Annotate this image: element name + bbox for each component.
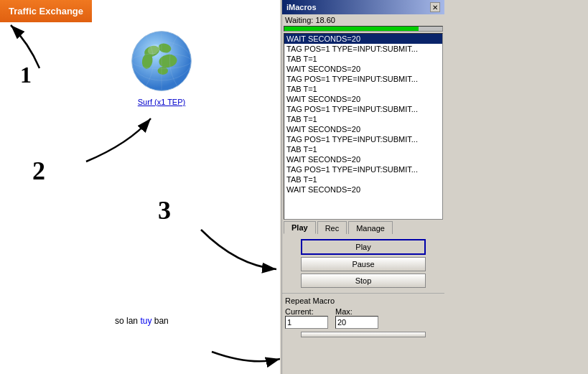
svg-text:1: 1 xyxy=(20,62,32,88)
tab-manage[interactable]: Manage xyxy=(348,221,393,234)
imacros-panel: iMacros ✕ Waiting: 18.60 WAIT SECONDS=20… xyxy=(281,0,444,374)
progress-bar-fill xyxy=(284,27,419,31)
macro-item[interactable]: TAB T=1 xyxy=(284,114,442,124)
current-label: Current: xyxy=(285,307,328,316)
macro-list[interactable]: WAIT SECONDS=20TAG POS=1 TYPE=INPUT:SUBM… xyxy=(284,33,443,220)
progress-bar xyxy=(284,26,443,32)
macro-item[interactable]: WAIT SECONDS=20 xyxy=(284,34,442,44)
macro-item[interactable]: WAIT SECONDS=20 xyxy=(284,64,442,74)
macro-item[interactable]: TAB T=1 xyxy=(284,54,442,64)
macro-item[interactable]: TAG POS=1 TYPE=INPUT:SUBMIT... xyxy=(284,44,442,54)
play-loop-button[interactable] xyxy=(301,332,426,337)
macro-item[interactable]: WAIT SECONDS=20 xyxy=(284,154,442,164)
macro-item[interactable]: TAG POS=1 TYPE=INPUT:SUBMIT... xyxy=(284,104,442,114)
svg-point-5 xyxy=(158,67,168,75)
repeat-row: Current: Max: xyxy=(285,307,442,329)
macro-item[interactable]: TAB T=1 xyxy=(284,174,442,184)
stop-button[interactable]: Stop xyxy=(301,274,426,288)
imacros-close-button[interactable]: ✕ xyxy=(430,2,440,12)
tabs-row: Play Rec Manage xyxy=(284,221,443,234)
traffic-exchange-button[interactable]: Traffic Exchange xyxy=(0,0,92,22)
buttons-area: Play Pause Stop xyxy=(282,234,444,293)
macro-item[interactable]: TAB T=1 xyxy=(284,144,442,154)
max-input[interactable] xyxy=(335,316,378,329)
macro-item[interactable]: WAIT SECONDS=20 xyxy=(284,124,442,134)
waiting-row: Waiting: 18.60 xyxy=(282,14,444,26)
macro-item[interactable]: TAG POS=1 TYPE=INPUT:SUBMIT... xyxy=(284,134,442,144)
current-input[interactable] xyxy=(285,316,328,329)
max-col: Max: xyxy=(335,307,378,329)
current-col: Current: xyxy=(285,307,328,329)
waiting-label: Waiting: 18.60 xyxy=(285,16,335,24)
so-lan-text: so lan tuy ban xyxy=(115,316,169,326)
tab-play[interactable]: Play xyxy=(284,221,316,234)
max-label: Max: xyxy=(335,307,378,316)
repeat-section: Repeat Macro Current: Max: xyxy=(282,293,444,342)
repeat-label: Repeat Macro xyxy=(285,296,442,305)
macro-item[interactable]: TAB T=1 xyxy=(284,84,442,94)
left-area: Traffic Exchange xyxy=(0,0,280,374)
globe-container: Surf (x1 TEP) xyxy=(129,29,194,106)
tab-rec[interactable]: Rec xyxy=(317,221,347,234)
macro-item[interactable]: TAG POS=1 TYPE=INPUT:SUBMIT... xyxy=(284,164,442,174)
macro-item[interactable]: TAG POS=1 TYPE=INPUT:SUBMIT... xyxy=(284,74,442,84)
macro-item[interactable]: WAIT SECONDS=20 xyxy=(284,184,442,195)
svg-text:3: 3 xyxy=(158,196,171,225)
globe-icon xyxy=(129,29,194,93)
play-button[interactable]: Play xyxy=(301,239,426,255)
imacros-title: iMacros xyxy=(286,3,317,11)
macro-item[interactable]: WAIT SECONDS=20 xyxy=(284,94,442,104)
imacros-titlebar: iMacros ✕ xyxy=(282,0,444,14)
svg-text:2: 2 xyxy=(32,156,45,185)
pause-button[interactable]: Pause xyxy=(301,257,426,271)
surf-link[interactable]: Surf (x1 TEP) xyxy=(129,98,194,106)
